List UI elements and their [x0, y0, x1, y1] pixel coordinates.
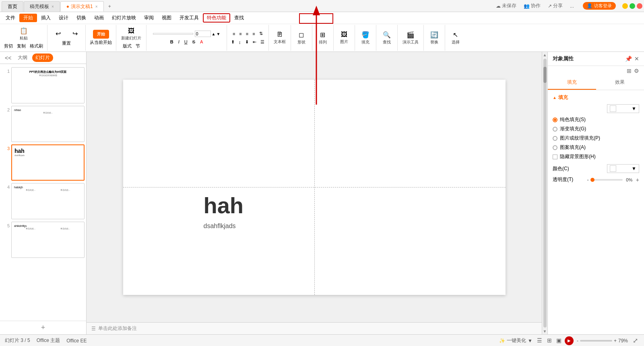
layout-btn[interactable]: 版式: [121, 42, 133, 50]
underline-btn[interactable]: U: [183, 39, 189, 45]
tab-presentation-close[interactable]: ×: [95, 4, 98, 9]
scroll-up-btn[interactable]: ▲: [543, 53, 547, 57]
list-item[interactable]: 5 ahikdnfkjs 单击此处... 单击此处...: [2, 222, 85, 258]
radio-gradient[interactable]: [553, 127, 557, 132]
slide-thumb-3[interactable]: hah dsahflkjads: [11, 144, 85, 181]
align-center-btn[interactable]: ≡: [237, 31, 243, 37]
transparency-decrease-btn[interactable]: -: [587, 177, 589, 183]
menu-file[interactable]: 文件: [2, 14, 19, 22]
fill-option-hide-bg[interactable]: 隐藏背景图形(H): [553, 153, 639, 160]
pin-icon[interactable]: 📌: [625, 56, 632, 62]
valign-mid-btn[interactable]: ↕: [237, 39, 243, 45]
fill-option-picture[interactable]: 图片或纹理填充(P): [553, 135, 639, 142]
panel-toggle-btn[interactable]: <<: [3, 54, 13, 62]
replace-btn[interactable]: 🔄 替换: [426, 30, 442, 46]
slider-track[interactable]: [590, 179, 623, 181]
list-view-icon[interactable]: ☰: [536, 336, 544, 344]
zoom-out-btn[interactable]: -: [577, 338, 578, 344]
slide-canvas[interactable]: hah dsahflkjads: [87, 52, 542, 322]
format-painter-btn[interactable]: 格式刷: [28, 42, 45, 50]
list-item[interactable]: 1 PPT的文档怎么输出为H5页面 单击此处添加副标题: [2, 67, 85, 103]
new-tab-button[interactable]: +: [104, 1, 115, 12]
fullscreen-btn[interactable]: ⤢: [631, 337, 639, 345]
panel-close-icon[interactable]: ✕: [634, 56, 639, 62]
close-btn[interactable]: [637, 3, 642, 9]
menu-view[interactable]: 视图: [158, 14, 175, 22]
cut-btn[interactable]: 剪切: [2, 42, 14, 50]
valign-bottom-btn[interactable]: ⬇: [244, 39, 250, 45]
fill-option-solid[interactable]: 纯色填充(S): [553, 116, 639, 123]
valign-top-btn[interactable]: ⬆: [229, 39, 236, 45]
fill-tab[interactable]: 填充: [548, 76, 596, 90]
menu-switch[interactable]: 切换: [72, 14, 90, 22]
list-item[interactable]: 2 nihao 单击此处...: [2, 106, 85, 142]
menu-find[interactable]: 查找: [230, 14, 248, 22]
select-btn[interactable]: ↖ 选择: [448, 30, 464, 46]
user-login-btn[interactable]: 👤 访客登录: [583, 2, 616, 10]
minimize-btn[interactable]: [622, 3, 628, 9]
font-color-btn[interactable]: A: [198, 39, 204, 45]
tab-template[interactable]: 稿壳模板 ×: [24, 1, 60, 12]
slide-sub-text[interactable]: dsahflkjads: [204, 222, 236, 230]
grid-view-icon[interactable]: ⊞: [545, 336, 553, 344]
tab-presentation[interactable]: ● 演示文稿1 ×: [60, 1, 104, 12]
add-slide-btn[interactable]: +: [0, 321, 86, 334]
text-direction-btn[interactable]: ⇅: [258, 30, 264, 37]
fill-option-pattern[interactable]: 图案填充(A): [553, 144, 639, 151]
bullet-btn[interactable]: ☰: [259, 39, 266, 45]
menu-animation[interactable]: 动画: [90, 14, 108, 22]
unsaved-btn[interactable]: ☁ 未保存: [493, 2, 519, 10]
shape-btn[interactable]: ◻ 形状: [293, 30, 310, 46]
maximize-btn[interactable]: [630, 3, 635, 9]
outline-tab[interactable]: 大纲: [14, 54, 31, 62]
radio-pattern[interactable]: [553, 145, 557, 150]
italic-btn[interactable]: I: [177, 39, 181, 45]
from-current-btn[interactable]: 从当前开始: [88, 39, 114, 46]
zoom-slider[interactable]: [580, 340, 612, 342]
zoom-in-btn[interactable]: +: [614, 338, 617, 344]
transparency-increase-btn[interactable]: +: [636, 177, 639, 183]
font-family-select[interactable]: [153, 33, 193, 35]
more-btn[interactable]: ...: [568, 2, 576, 10]
radio-solid[interactable]: [553, 117, 557, 122]
vertical-scrollbar[interactable]: ▲ ▼: [542, 52, 547, 334]
justify-btn[interactable]: ≡: [251, 31, 256, 37]
slide-main-text[interactable]: hah: [204, 192, 244, 218]
fill-color-top-btn[interactable]: ▼: [607, 104, 639, 113]
panel-expand-icon[interactable]: ⊞: [627, 68, 632, 74]
find-btn[interactable]: 🔍 查找: [379, 30, 395, 46]
new-slide-btn[interactable]: 🖼 新建幻灯片: [119, 26, 144, 42]
section-btn[interactable]: 节: [134, 42, 142, 50]
arrange-btn[interactable]: ⊞ 排列: [315, 30, 331, 46]
play-btn[interactable]: ▶: [565, 336, 574, 345]
menu-design[interactable]: 设计: [55, 14, 72, 22]
share-btn[interactable]: ↗ 分享: [545, 2, 565, 10]
reset-btn[interactable]: 重置: [60, 39, 72, 47]
tab-home[interactable]: 首页: [2, 1, 23, 12]
menu-special[interactable]: 特色功能: [203, 13, 230, 23]
slider-thumb[interactable]: [590, 178, 594, 182]
font-size-down-icon[interactable]: ▼: [217, 32, 221, 36]
checkbox-hide-bg[interactable]: [553, 154, 557, 159]
start-btn[interactable]: 开始: [93, 30, 109, 39]
align-right-btn[interactable]: ≡: [244, 31, 250, 37]
radio-picture[interactable]: [553, 136, 557, 141]
notes-bar[interactable]: ☰ 单击此处添加备注: [87, 322, 542, 334]
effect-tab[interactable]: 效果: [596, 76, 644, 90]
menu-review[interactable]: 审阅: [140, 14, 158, 22]
font-size-input[interactable]: [195, 31, 211, 37]
undo-btn[interactable]: ↩: [50, 29, 66, 39]
bold-btn[interactable]: B: [169, 39, 175, 45]
paste-btn[interactable]: 📋 粘贴: [16, 26, 32, 42]
indent-btn[interactable]: ⇤: [251, 39, 258, 45]
slide-thumb-5[interactable]: ahikdnfkjs 单击此处... 单击此处...: [11, 222, 85, 258]
fill-option-gradient[interactable]: 渐变填充(G): [553, 126, 639, 132]
demo-tool-btn[interactable]: 🎬 演示工具: [400, 30, 421, 46]
slide-thumb-4[interactable]: halskjh 单击此处... 单击此处...: [11, 183, 85, 219]
menu-slideshow[interactable]: 幻灯片放映: [108, 14, 140, 22]
redo-btn[interactable]: ↪: [67, 29, 83, 39]
font-size-up-icon[interactable]: ▲: [212, 32, 216, 36]
strikethrough-btn[interactable]: S: [191, 39, 197, 45]
align-left-btn[interactable]: ≡: [231, 31, 237, 37]
image-btn[interactable]: 🖼 图片: [336, 30, 352, 46]
